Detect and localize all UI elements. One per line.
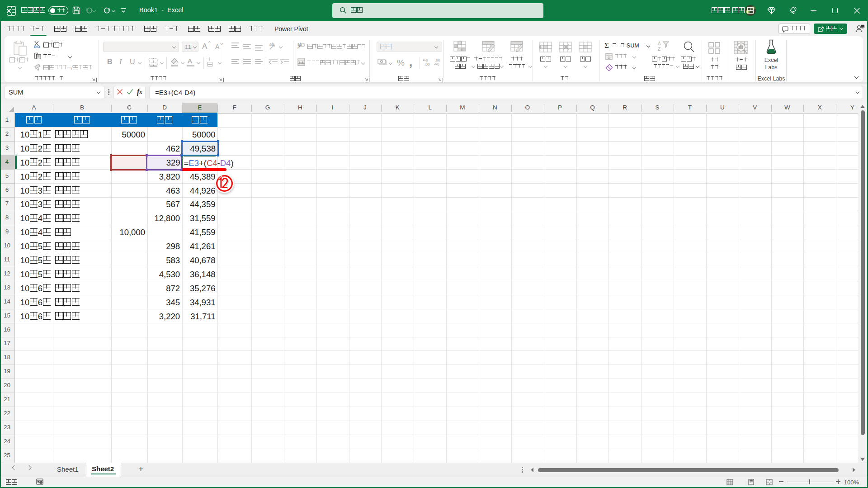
svg-text:A: A: [658, 41, 661, 46]
svg-text:Z: Z: [658, 47, 660, 52]
svg-text:ab: ab: [269, 42, 274, 47]
svg-text:.00: .00: [425, 62, 430, 66]
svg-text:c: c: [297, 46, 300, 50]
